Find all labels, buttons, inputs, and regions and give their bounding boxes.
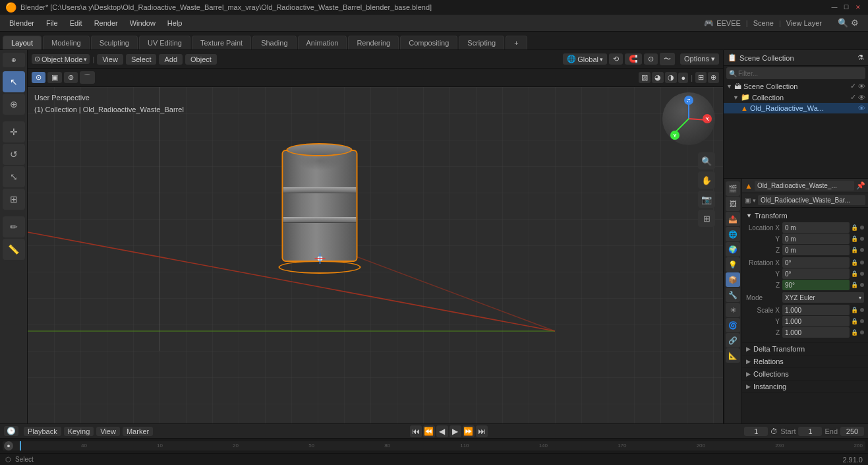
render-props-tab[interactable]: 🖼 bbox=[726, 197, 740, 211]
next-frame-btn[interactable]: ⏩ bbox=[463, 425, 475, 437]
mode-selector[interactable]: ⊕ bbox=[3, 53, 25, 67]
menu-render[interactable]: Render bbox=[89, 18, 123, 28]
scene-label[interactable]: Scene bbox=[753, 19, 774, 27]
menu-blender[interactable]: Blender bbox=[4, 18, 40, 28]
instancing-row[interactable]: ▶ Instancing bbox=[742, 381, 868, 392]
play-back-btn[interactable]: ◀ bbox=[436, 425, 448, 437]
start-frame[interactable]: 1 bbox=[798, 427, 822, 436]
scale-z-lock[interactable]: 🔒 bbox=[851, 329, 859, 336]
transform-tool[interactable]: ⊞ bbox=[3, 189, 25, 210]
jump-start-btn[interactable]: ⏮ bbox=[410, 425, 422, 437]
keyframe-dot[interactable]: ● bbox=[4, 441, 13, 450]
tab-shading[interactable]: Shading bbox=[252, 36, 296, 49]
options-btn[interactable]: Options ▾ bbox=[680, 53, 719, 65]
relations-row[interactable]: ▶ Relations bbox=[742, 356, 868, 367]
location-x-value[interactable]: 0 m bbox=[782, 222, 850, 233]
rotate-tool[interactable]: ↺ bbox=[3, 144, 25, 165]
global-select[interactable]: 🌐Global▾ bbox=[563, 53, 607, 65]
data-name-box[interactable]: Old_Radioactive_Waste_Bar... bbox=[758, 195, 865, 205]
tab-rendering[interactable]: Rendering bbox=[348, 36, 399, 49]
snap-icon[interactable]: ⟲ bbox=[609, 53, 623, 65]
location-x-lock[interactable]: 🔒 bbox=[851, 224, 859, 231]
location-z-value[interactable]: 0 m bbox=[782, 245, 850, 255]
scale-x-value[interactable]: 1.000 bbox=[782, 305, 850, 315]
viewport-shading-rendered[interactable]: ● bbox=[678, 73, 688, 83]
maximize-button[interactable]: ☐ bbox=[842, 3, 851, 12]
tab-uv-editing[interactable]: UV Editing bbox=[139, 36, 190, 49]
select-menu[interactable]: Select bbox=[126, 54, 157, 65]
object-name-box[interactable]: Old_Radioactive_Waste_... bbox=[755, 181, 854, 191]
scale-x-lock[interactable]: 🔒 bbox=[851, 307, 859, 313]
menu-help[interactable]: Help bbox=[162, 18, 188, 28]
move-tool[interactable]: ✛ bbox=[3, 121, 25, 142]
modifier-tab[interactable]: 🔧 bbox=[726, 288, 740, 302]
viewport-shading-wire[interactable]: ▨ bbox=[639, 72, 651, 83]
wave-icon[interactable]: 〜 bbox=[660, 53, 675, 65]
select-tool[interactable]: ↖ bbox=[3, 71, 25, 92]
timeline-track-area[interactable]: 704010205080110140170200230260 ● bbox=[0, 439, 868, 453]
marker-btn[interactable]: Marker bbox=[123, 427, 153, 436]
select-lasso[interactable]: ⌒ bbox=[80, 71, 95, 84]
location-y-value[interactable]: 0 m bbox=[782, 233, 850, 244]
rotation-x-value[interactable]: 0° bbox=[782, 257, 850, 268]
collection-eye[interactable]: 👁 bbox=[858, 94, 865, 102]
rotation-x-lock[interactable]: 🔒 bbox=[851, 259, 859, 266]
output-props-tab[interactable]: 📤 bbox=[726, 212, 740, 226]
nav-gizmo[interactable]: Z X Y bbox=[662, 92, 715, 145]
collections-row[interactable]: ▶ Collections bbox=[742, 368, 868, 380]
viewport[interactable]: ⊙ Object Mode ▾ | View Select Add Object… bbox=[28, 50, 723, 423]
menu-window[interactable]: Window bbox=[125, 18, 161, 28]
scene2-tab[interactable]: 🌍 bbox=[726, 242, 740, 257]
menu-edit[interactable]: Edit bbox=[65, 18, 88, 28]
playback-btn[interactable]: Playback bbox=[24, 427, 61, 436]
transform-title[interactable]: ▼ Transform bbox=[746, 210, 864, 222]
magnet-icon[interactable]: 🧲 bbox=[625, 53, 642, 65]
viewport-shading-solid[interactable]: ◕ bbox=[652, 72, 664, 83]
rotation-z-lock[interactable]: 🔒 bbox=[851, 282, 859, 288]
viewport-shading-material[interactable]: ◑ bbox=[665, 72, 677, 83]
tab-sculpting[interactable]: Sculpting bbox=[91, 36, 138, 49]
scene-props-tab[interactable]: 🎬 bbox=[726, 181, 740, 196]
play-btn[interactable]: ▶ bbox=[449, 425, 461, 437]
world-tab[interactable]: 💡 bbox=[726, 257, 740, 272]
grid-icon[interactable]: ⊞ bbox=[698, 210, 715, 227]
minimize-button[interactable]: — bbox=[830, 3, 839, 12]
rotation-z-value[interactable]: 90° bbox=[782, 280, 850, 290]
select-circle[interactable]: ⊚ bbox=[64, 72, 78, 83]
nav-sphere[interactable]: Z X Y bbox=[662, 92, 715, 145]
scale-tool[interactable]: ⤡ bbox=[3, 166, 25, 187]
end-frame[interactable]: 250 bbox=[840, 427, 864, 436]
tab-add[interactable]: + bbox=[506, 36, 527, 49]
jump-end-btn[interactable]: ⏭ bbox=[476, 425, 488, 437]
camera-icon[interactable]: 📷 bbox=[698, 191, 715, 208]
gear-icon[interactable]: ⚙ bbox=[851, 18, 859, 28]
view-layer-label[interactable]: View Layer bbox=[786, 19, 822, 27]
constraints-tab[interactable]: 🔗 bbox=[726, 333, 740, 348]
menu-file[interactable]: File bbox=[41, 18, 63, 28]
rotation-y-value[interactable]: 0° bbox=[782, 268, 850, 279]
location-y-lock[interactable]: 🔒 bbox=[851, 235, 859, 242]
measure-tool[interactable]: 📏 bbox=[3, 239, 25, 260]
prev-frame-btn[interactable]: ⏪ bbox=[423, 425, 435, 437]
view-btn[interactable]: View bbox=[96, 427, 120, 436]
scale-y-lock[interactable]: 🔒 bbox=[851, 318, 859, 325]
search-icon[interactable]: 🔍 bbox=[838, 18, 848, 28]
physics-tab[interactable]: 🌀 bbox=[726, 318, 740, 332]
tab-scripting[interactable]: Scripting bbox=[459, 36, 504, 49]
delta-transform-row[interactable]: ▶ Delta Transform bbox=[742, 343, 868, 355]
cursor-tool[interactable]: ⊕ bbox=[3, 94, 25, 115]
current-frame[interactable]: 1 bbox=[744, 427, 768, 436]
rotation-y-lock[interactable]: 🔒 bbox=[851, 270, 859, 277]
object-row-active[interactable]: ▲ Old_Radioactive_Wa... 👁 bbox=[724, 103, 868, 113]
view-layer-tab[interactable]: 🌐 bbox=[726, 227, 740, 241]
filter-icon[interactable]: ⚗ bbox=[857, 53, 864, 62]
data-tab[interactable]: 📐 bbox=[726, 348, 740, 363]
tab-layout[interactable]: Layout bbox=[3, 36, 42, 49]
shading-solid[interactable]: ⊙ bbox=[32, 72, 45, 83]
timeline-track[interactable]: 704010205080110140170200230260 bbox=[3, 441, 865, 450]
timeline-icon-btn[interactable]: 🕒 bbox=[4, 426, 18, 436]
pin-icon[interactable]: 📌 bbox=[856, 181, 865, 190]
collection-checkbox[interactable]: ✓ bbox=[850, 93, 856, 102]
scale-y-value[interactable]: 1.000 bbox=[782, 316, 850, 326]
keying-btn[interactable]: Keying bbox=[64, 427, 94, 436]
